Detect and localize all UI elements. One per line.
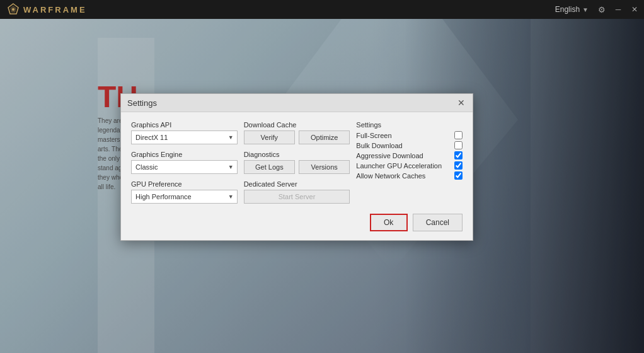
dialog-titlebar: Settings ✕ (121, 94, 473, 112)
app-title: WARFRAME (23, 5, 87, 14)
full-screen-row: Full-Screen (356, 131, 463, 139)
dialog-col-settings: Settings Full-Screen Bulk Download Aggre… (356, 121, 463, 204)
modal-overlay: Settings ✕ Graphics API DirectX 11 Direc… (0, 19, 644, 353)
graphics-engine-select[interactable]: Classic Modern (131, 160, 238, 174)
dedicated-server-buttons: Start Server (244, 190, 350, 204)
dialog-col-download: Download Cache Verify Optimize Diagnosti… (244, 121, 350, 204)
aggressive-download-row: Aggressive Download (356, 151, 463, 159)
svg-point-2 (12, 8, 14, 11)
dedicated-server-label: Dedicated Server (244, 180, 350, 188)
graphics-engine-label: Graphics Engine (131, 151, 238, 158)
allow-network-checkbox[interactable] (454, 171, 463, 180)
aggressive-download-label: Aggressive Download (356, 152, 423, 159)
settings-icon-button[interactable]: ⚙ (595, 3, 609, 16)
diagnostics-label: Diagnostics (244, 151, 350, 158)
graphics-engine-select-wrapper: Classic Modern ▼ (131, 160, 238, 174)
dedicated-server-field: Dedicated Server Start Server (244, 180, 350, 204)
graphics-api-select[interactable]: DirectX 11 DirectX 10 DirectX 9 OpenGL (131, 130, 238, 144)
warframe-logo-icon (6, 3, 20, 16)
minimize-button[interactable]: ─ (611, 3, 625, 16)
diagnostics-field: Diagnostics Get Logs Versions (244, 151, 350, 174)
graphics-api-label: Graphics API (131, 121, 238, 129)
graphics-api-field: Graphics API DirectX 11 DirectX 10 Direc… (131, 121, 238, 144)
dialog-col-graphics: Graphics API DirectX 11 DirectX 10 Direc… (131, 121, 238, 204)
settings-dialog: Settings ✕ Graphics API DirectX 11 Direc… (120, 93, 473, 241)
launcher-gpu-label: Launcher GPU Acceleration (356, 162, 442, 170)
aggressive-download-checkbox[interactable] (454, 151, 463, 159)
bulk-download-label: Bulk Download (356, 142, 402, 149)
language-selector[interactable]: English ▼ (551, 4, 592, 15)
launcher-gpu-row: Launcher GPU Acceleration (356, 161, 463, 170)
titlebar: WARFRAME English ▼ ⚙ ─ ✕ (0, 0, 644, 19)
versions-button[interactable]: Versions (299, 160, 350, 174)
full-screen-label: Full-Screen (356, 132, 391, 139)
optimize-button[interactable]: Optimize (299, 130, 350, 144)
full-screen-checkbox[interactable] (454, 131, 463, 139)
dialog-footer: Ok Cancel (121, 214, 473, 240)
bulk-download-row: Bulk Download (356, 141, 463, 149)
diagnostics-buttons: Get Logs Versions (244, 160, 350, 174)
warframe-logo: WARFRAME (6, 3, 87, 16)
gpu-preference-select-wrapper: High Performance Power Saver Default ▼ (131, 190, 238, 204)
titlebar-right: English ▼ ⚙ ─ ✕ (551, 3, 644, 16)
download-cache-buttons: Verify Optimize (244, 130, 350, 144)
dialog-body: Graphics API DirectX 11 DirectX 10 Direc… (121, 112, 473, 214)
settings-checkboxes: Settings Full-Screen Bulk Download Aggre… (356, 121, 463, 182)
ok-button[interactable]: Ok (370, 214, 408, 231)
language-label: English (555, 5, 580, 14)
launcher-gpu-checkbox[interactable] (454, 161, 463, 170)
close-button[interactable]: ✕ (628, 3, 641, 16)
allow-network-label: Allow Network Caches (356, 172, 425, 180)
settings-col-header: Settings (356, 121, 463, 129)
graphics-api-select-wrapper: DirectX 11 DirectX 10 DirectX 9 OpenGL ▼ (131, 130, 238, 144)
download-cache-label: Download Cache (244, 121, 350, 129)
gpu-preference-field: GPU Preference High Performance Power Sa… (131, 180, 238, 204)
start-server-button[interactable]: Start Server (244, 190, 350, 204)
download-cache-field: Download Cache Verify Optimize (244, 121, 350, 144)
dialog-close-button[interactable]: ✕ (456, 98, 466, 108)
language-dropdown-arrow: ▼ (582, 6, 589, 13)
bulk-download-checkbox[interactable] (454, 141, 463, 149)
graphics-engine-field: Graphics Engine Classic Modern ▼ (131, 151, 238, 174)
gpu-preference-label: GPU Preference (131, 180, 238, 188)
gpu-preference-select[interactable]: High Performance Power Saver Default (131, 190, 238, 204)
get-logs-button[interactable]: Get Logs (244, 160, 295, 174)
titlebar-left: WARFRAME (0, 3, 87, 16)
cancel-button[interactable]: Cancel (413, 214, 463, 231)
verify-button[interactable]: Verify (244, 130, 295, 144)
dialog-title: Settings (127, 98, 157, 108)
allow-network-row: Allow Network Caches (356, 171, 463, 180)
